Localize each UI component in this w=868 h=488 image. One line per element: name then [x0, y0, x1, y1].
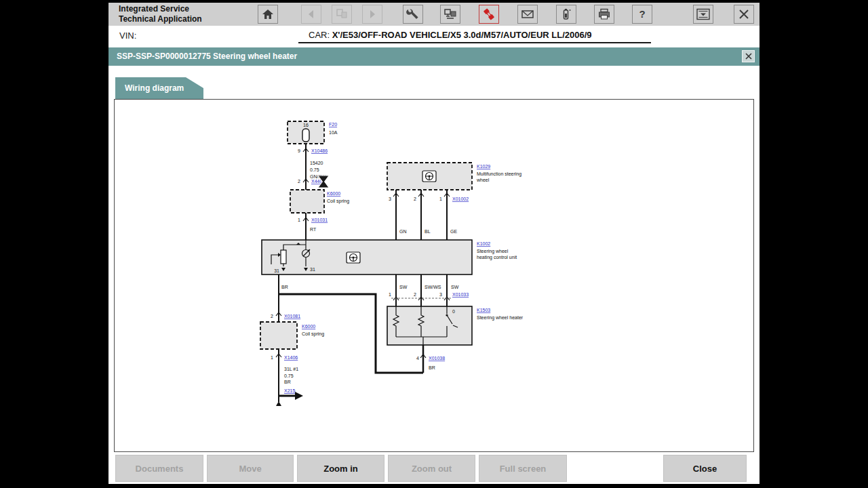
car-descriptor: CAR: X'/E53/OFF-ROAD VEHICLE/X5 3.0d/M57…: [309, 30, 592, 40]
close-button[interactable]: Close: [663, 455, 747, 482]
car-label: CAR:: [309, 30, 330, 40]
pin-number: 2: [271, 314, 273, 319]
ground-terminal-label: 31: [310, 267, 315, 272]
steering-wheel-icon: [422, 171, 436, 182]
fuse-code-link[interactable]: F20: [329, 122, 337, 127]
connector-link-x01002[interactable]: X01002: [452, 197, 469, 201]
fuse-pin-label: 16: [303, 123, 309, 127]
help-icon: ?: [635, 7, 650, 21]
workshop-system-button[interactable]: [440, 5, 460, 24]
coil-spring-lower-component: K6000 Coil spring: [260, 322, 324, 349]
connector-link-x10486[interactable]: X10486: [311, 148, 328, 153]
wire-color-label: BR: [284, 380, 291, 384]
ground-terminal-label: 31: [274, 268, 279, 273]
app-title-line2: Technical Application: [119, 14, 202, 24]
app-title-line1: Integrated Service: [119, 4, 202, 14]
component-link-k6000[interactable]: K6000: [302, 324, 315, 329]
pin-number: 1: [271, 355, 273, 360]
tools-button[interactable]: [403, 5, 423, 24]
zoom-in-button[interactable]: Zoom in: [297, 455, 384, 482]
wire-number-label: 31L #1: [284, 367, 298, 371]
ground-link-x215[interactable]: X215: [284, 388, 295, 393]
component-link-k6000[interactable]: K6000: [327, 191, 340, 196]
connector-link-x1406[interactable]: X1406: [284, 355, 298, 360]
wire-color-label: BL: [425, 229, 431, 234]
ground-arrow: [276, 392, 303, 406]
printer-icon: [597, 7, 612, 21]
wrench-icon: [406, 7, 420, 21]
coil-spring-upper-component: K6000 Coil spring: [290, 190, 349, 213]
envelope-icon: [520, 7, 535, 21]
tab-wiring-diagram[interactable]: Wiring diagram: [115, 77, 203, 100]
wire-gauge-label: 0.75: [310, 167, 319, 172]
main-toolbar: Integrated Service Technical Application: [108, 3, 760, 26]
back-arrow-icon: [304, 7, 319, 21]
help-button[interactable]: ?: [632, 5, 652, 24]
component-label: Steering wheel heater: [477, 315, 524, 321]
component-label-line2: wheel: [476, 178, 490, 182]
wiring-diagram: 16 F20 10A 9 X10486 15420 0.75 GN/SW 2 X…: [115, 100, 753, 451]
component-label-line2: heating control unit: [477, 255, 517, 260]
monitors-icon: [443, 7, 458, 21]
messages-button[interactable]: [517, 5, 538, 24]
connector-link-x01081[interactable]: X01081: [284, 314, 300, 319]
connection-status-button[interactable]: [479, 5, 499, 24]
zoom-out-button[interactable]: Zoom out: [388, 455, 475, 482]
mfl-component: K1029 Multifunction steering wheel: [387, 163, 521, 190]
svg-text:?: ?: [639, 8, 645, 20]
screen-change-button[interactable]: [332, 5, 352, 24]
component-link-k1002[interactable]: K1002: [477, 241, 490, 246]
pin-number: 3: [389, 197, 391, 201]
component-link-k1029[interactable]: K1029: [477, 164, 490, 169]
pin-number: 2: [414, 197, 416, 201]
wire-color-label: GE: [450, 229, 457, 234]
close-icon: [745, 52, 753, 60]
full-screen-button[interactable]: Full screen: [479, 455, 567, 482]
wire-color-label: SW/WS: [425, 285, 441, 289]
wire-color-label: BR: [281, 285, 288, 289]
wire-color-label: SW: [399, 285, 408, 289]
car-underline-rule: [298, 42, 651, 43]
heater-component: 0 K1503 Steering wheel heater: [387, 306, 524, 345]
document-title: SSP-SSP-SP0000012775 Steering wheel heat…: [117, 52, 297, 61]
component-label-line1: Steering wheel: [477, 249, 509, 254]
component-label: Coil spring: [327, 199, 349, 204]
screen-change-icon: [334, 7, 349, 21]
component-label-line1: Multifunction steering: [477, 171, 521, 177]
wire-gauge-label: 0.75: [284, 373, 294, 378]
close-icon: [736, 7, 751, 21]
battery-voltage-button[interactable]: [556, 5, 576, 24]
connector-link-x01031[interactable]: X01031: [311, 218, 328, 222]
wire-color-label: RT: [310, 227, 317, 232]
document-title-bar: SSP-SSP-SP0000012775 Steering wheel heat…: [108, 47, 760, 66]
pin-number: 1: [439, 197, 442, 201]
wiring-diagram-panel[interactable]: 16 F20 10A 9 X10486 15420 0.75 GN/SW 2 X…: [114, 99, 754, 452]
move-button[interactable]: Move: [207, 455, 294, 482]
component-link-k1503[interactable]: K1503: [477, 308, 490, 312]
pin-number: 1: [298, 218, 300, 222]
wire-number-label: 15420: [310, 161, 323, 165]
car-value: X'/E53/OFF-ROAD VEHICLE/X5 3.0d/M57/AUTO…: [332, 30, 592, 40]
document-close-button[interactable]: [742, 50, 755, 62]
back-button[interactable]: [301, 5, 321, 24]
fuse-rating-label: 10A: [329, 130, 338, 135]
pin-number: 4: [416, 356, 419, 361]
documents-button[interactable]: Documents: [115, 455, 203, 482]
steering-wheel-icon: [347, 252, 360, 263]
connector-link-x01033[interactable]: X01033: [452, 292, 469, 297]
print-button[interactable]: [594, 5, 614, 24]
pin-number: 2: [414, 292, 416, 297]
component-label: Coil spring: [302, 331, 324, 337]
forward-button[interactable]: [362, 5, 382, 24]
home-icon: [260, 7, 275, 21]
tab-label: Wiring diagram: [125, 83, 184, 93]
minimize-window-button[interactable]: [693, 5, 713, 24]
control-unit-component: 31 31 K1002 Steering wheel heating contr…: [262, 240, 517, 274]
wire-color-label: BR: [429, 365, 435, 370]
close-application-button[interactable]: [734, 5, 754, 24]
home-button[interactable]: [258, 5, 278, 24]
minimize-window-icon: [695, 7, 711, 21]
wire-color-label: SW: [451, 285, 459, 289]
connector-link-x01038[interactable]: X01038: [429, 356, 445, 361]
fuse-component: 16 F20 10A: [288, 121, 338, 144]
